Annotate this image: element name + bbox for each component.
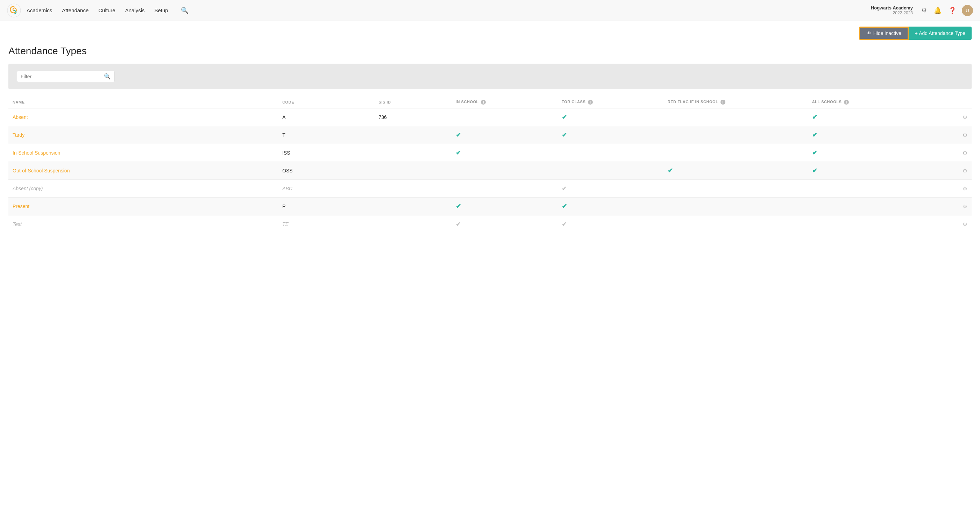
col-header-actions [923,96,972,108]
cell-forclass: ✔ [557,108,663,126]
cell-forclass: ✔ [557,180,663,197]
table-row: Test TE ✔ ✔ ⚙ [8,215,972,233]
add-attendance-label: + Add Attendance Type [915,30,965,36]
user-avatar[interactable]: U [962,5,973,16]
row-settings-icon[interactable]: ⚙ [963,204,967,210]
hide-inactive-label: Hide inactive [873,30,901,36]
cell-sisid [375,197,452,215]
filter-input[interactable] [21,74,104,80]
table-header: NAME CODE SIS ID IN SCHOOL i FOR CLASS i [8,96,972,108]
row-settings-icon[interactable]: ⚙ [963,168,967,174]
cell-sisid: 736 [375,108,452,126]
check-active-icon: ✔ [562,203,567,210]
table-row: In-School Suspension ISS ✔ ✔ ⚙ [8,144,972,162]
cell-sisid [375,215,452,233]
cell-redflag: ✔ [663,162,808,180]
page-title: Attendance Types [8,46,972,57]
row-settings-icon[interactable]: ⚙ [963,221,967,227]
cell-inschool: ✔ [452,126,557,144]
table-row: Present P ✔ ✔ ⚙ [8,197,972,215]
check-active-icon: ✔ [562,132,567,138]
check-active-icon: ✔ [562,114,567,121]
check-active-icon: ✔ [812,149,818,156]
cell-name[interactable]: Absent [8,108,278,126]
cell-name: Test [8,215,278,233]
cell-code: P [278,197,374,215]
cell-allschools: ✔ [808,126,923,144]
row-settings-icon[interactable]: ⚙ [963,114,967,120]
nav-academics[interactable]: Academics [27,7,52,13]
check-active-icon: ✔ [812,132,818,138]
cell-sisid [375,180,452,197]
cell-redflag [663,108,808,126]
school-info: Hogwarts Academy 2022-2023 [871,5,913,15]
cell-name: Absent (copy) [8,180,278,197]
cell-allschools [808,180,923,197]
cell-allschools: ✔ [808,108,923,126]
cell-code: OSS [278,162,374,180]
nav-attendance[interactable]: Attendance [62,7,89,13]
cell-sisid [375,126,452,144]
col-header-sisid: SIS ID [375,96,452,108]
check-active-icon: ✔ [812,167,818,174]
cell-actions[interactable]: ⚙ [923,197,972,215]
cell-name[interactable]: Tardy [8,126,278,144]
check-inactive-icon: ✔ [562,185,567,192]
cell-allschools [808,197,923,215]
cell-forclass: ✔ [557,215,663,233]
check-active-icon: ✔ [668,167,673,174]
eye-slash-icon: 👁︎ [866,30,871,36]
top-actions-bar: 👁︎ Hide inactive + Add Attendance Type [0,21,980,43]
navbar-right: Hogwarts Academy 2022-2023 ⚙ 🔔 ❓ U [871,5,973,16]
school-name: Hogwarts Academy [871,5,913,11]
add-attendance-type-button[interactable]: + Add Attendance Type [908,27,972,40]
filter-search-icon[interactable]: 🔍 [104,73,111,80]
cell-redflag [663,126,808,144]
cell-actions[interactable]: ⚙ [923,215,972,233]
row-settings-icon[interactable]: ⚙ [963,132,967,138]
row-settings-icon[interactable]: ⚙ [963,186,967,192]
row-settings-icon[interactable]: ⚙ [963,150,967,156]
cell-code: ABC [278,180,374,197]
help-icon-button[interactable]: ❓ [947,5,958,16]
cell-redflag [663,215,808,233]
settings-icon-button[interactable]: ⚙ [920,5,928,16]
cell-allschools: ✔ [808,162,923,180]
table-row: Absent A 736 ✔ ✔ ⚙ [8,108,972,126]
table-row: Absent (copy) ABC ✔ ⚙ [8,180,972,197]
cell-inschool: ✔ [452,197,557,215]
filter-input-wrap: 🔍 [17,71,115,82]
cell-name[interactable]: Out-of-School Suspension [8,162,278,180]
redflag-info-icon: i [721,100,725,105]
allschools-info-icon: i [844,100,849,105]
check-active-icon: ✔ [812,114,818,121]
cell-actions[interactable]: ⚙ [923,180,972,197]
col-header-redflag: RED FLAG IF IN SCHOOL i [663,96,808,108]
cell-code: A [278,108,374,126]
nav-culture[interactable]: Culture [98,7,115,13]
page-title-section: Attendance Types [0,43,980,64]
cell-redflag [663,144,808,162]
cell-sisid [375,162,452,180]
cell-name[interactable]: Present [8,197,278,215]
cell-code: T [278,126,374,144]
col-header-allschools: ALL SCHOOLS i [808,96,923,108]
app-logo[interactable] [7,3,21,17]
cell-allschools: ✔ [808,144,923,162]
cell-forclass [557,144,663,162]
nav-setup[interactable]: Setup [154,7,168,13]
check-active-icon: ✔ [456,132,461,138]
col-header-forclass: FOR CLASS i [557,96,663,108]
cell-actions[interactable]: ⚙ [923,108,972,126]
hide-inactive-button[interactable]: 👁︎ Hide inactive [859,27,908,40]
notifications-icon-button[interactable]: 🔔 [932,5,943,16]
check-inactive-icon: ✔ [456,221,461,228]
global-search-icon[interactable]: 🔍 [181,6,189,14]
cell-actions[interactable]: ⚙ [923,126,972,144]
cell-actions[interactable]: ⚙ [923,144,972,162]
cell-actions[interactable]: ⚙ [923,162,972,180]
nav-analysis[interactable]: Analysis [125,7,145,13]
cell-code: ISS [278,144,374,162]
cell-name[interactable]: In-School Suspension [8,144,278,162]
check-active-icon: ✔ [456,203,461,210]
